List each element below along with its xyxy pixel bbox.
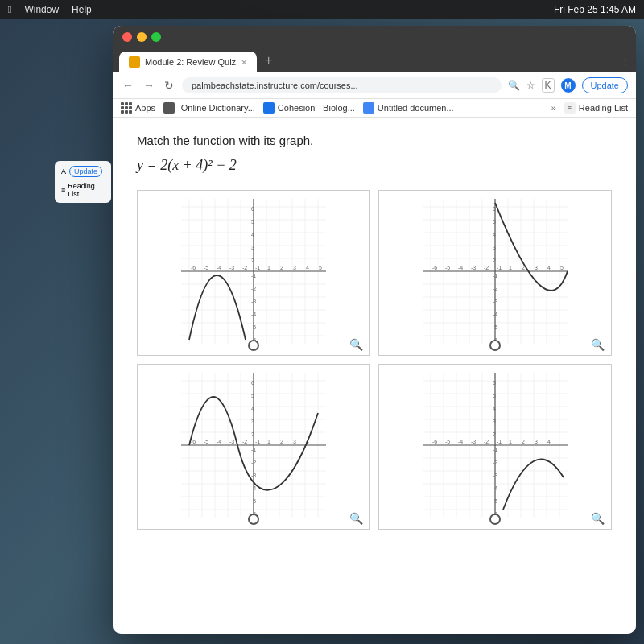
reading-list-bookmark[interactable]: ≡ Reading List	[564, 102, 628, 114]
svg-text:5: 5	[493, 219, 496, 225]
update-button[interactable]: Update	[582, 77, 628, 93]
tab-bar-controls: ⋮	[621, 57, 630, 72]
svg-text:-5: -5	[445, 439, 450, 444]
active-tab[interactable]: Module 2: Review Quiz ✕	[119, 52, 257, 72]
svg-text:-3: -3	[471, 439, 476, 444]
new-tab-button[interactable]: +	[258, 48, 279, 72]
graph-c-radio[interactable]	[248, 514, 259, 525]
apps-label: Apps	[135, 103, 155, 113]
graph-b-radio[interactable]	[489, 340, 501, 351]
extensions-icon[interactable]: K	[542, 78, 555, 93]
menu-datetime: Fri Feb 25 1:45 AM	[554, 4, 636, 15]
svg-text:-1: -1	[493, 447, 497, 452]
svg-text:-6: -6	[432, 439, 437, 444]
svg-text:-4: -4	[458, 439, 463, 444]
dictionary-label: -Online Dictionary...	[178, 103, 255, 113]
profile-icon[interactable]: M	[561, 78, 576, 93]
sidebar-update-button[interactable]: Update	[69, 166, 102, 177]
back-button[interactable]: ←	[121, 77, 135, 93]
address-bar: ← → ↻ 🔍 ☆ K M Update	[113, 72, 636, 99]
search-icon: 🔍	[508, 80, 520, 91]
svg-text:-2: -2	[493, 460, 497, 465]
menu-help[interactable]: Help	[72, 4, 92, 15]
svg-text:6: 6	[251, 206, 254, 212]
cohesion-favicon	[263, 102, 275, 114]
sidebar-update-icon: A	[61, 167, 66, 175]
svg-text:-5: -5	[251, 498, 256, 504]
refresh-button[interactable]: ↻	[163, 77, 175, 93]
tab-close-icon[interactable]: ✕	[241, 58, 247, 67]
svg-text:-5: -5	[204, 439, 208, 444]
svg-text:-4: -4	[251, 485, 256, 491]
close-button[interactable]	[122, 32, 132, 42]
svg-text:-3: -3	[471, 265, 476, 270]
graph-a[interactable]: -6 -5 -4 -3 -2 -1 1 2 3 4 5 6 5 4	[137, 190, 370, 356]
svg-text:-1: -1	[255, 439, 260, 444]
browser-window: Module 2: Review Quiz ✕ + ⋮ ← → ↻ 🔍 ☆ K …	[113, 26, 636, 634]
graph-c-zoom[interactable]: 🔍	[349, 512, 363, 525]
svg-text:5: 5	[251, 219, 254, 225]
svg-text:3: 3	[251, 419, 254, 424]
graph-a-zoom[interactable]: 🔍	[349, 338, 363, 351]
tab-favicon	[129, 56, 140, 68]
question-text: Match the function with its graph.	[137, 134, 612, 147]
graph-d-svg: -6 -5 -4 -3 -2 -1 1 2 3 4 6 5 4 3	[379, 365, 611, 526]
maximize-button[interactable]	[151, 32, 161, 42]
svg-text:-3: -3	[251, 473, 256, 478]
svg-text:-5: -5	[204, 265, 208, 270]
graph-c[interactable]: -6 -5 -4 -3 -2 -1 1 2 3 4 6 5 4 3	[137, 364, 370, 530]
svg-text:-5: -5	[493, 324, 497, 330]
svg-text:-6: -6	[191, 265, 196, 270]
svg-text:4: 4	[547, 439, 551, 444]
menu-window[interactable]: Window	[24, 4, 59, 15]
graph-d-radio[interactable]	[489, 514, 501, 525]
svg-text:6: 6	[493, 206, 496, 212]
svg-text:3: 3	[535, 439, 538, 444]
minimize-button[interactable]	[137, 32, 147, 42]
forward-button[interactable]: →	[142, 77, 156, 93]
svg-text:-5: -5	[493, 498, 497, 504]
svg-text:-1: -1	[251, 273, 256, 279]
more-bookmarks[interactable]: »	[551, 103, 556, 113]
graphs-container: -6 -5 -4 -3 -2 -1 1 2 3 4 5 6 5 4	[137, 190, 612, 530]
svg-text:-6: -6	[191, 439, 196, 444]
svg-text:1: 1	[267, 265, 270, 270]
svg-text:-3: -3	[493, 299, 497, 304]
apple-menu[interactable]: 	[8, 4, 11, 15]
sidebar-reading-list-label: Reading List	[68, 182, 105, 198]
bookmark-cohesion[interactable]: Cohesion - Biolog...	[263, 102, 355, 114]
bookmark-untitled[interactable]: Untitled documen...	[363, 102, 454, 114]
svg-text:2: 2	[251, 431, 254, 437]
svg-text:-3: -3	[229, 439, 234, 444]
graph-b-zoom[interactable]: 🔍	[591, 338, 605, 351]
graph-a-radio[interactable]	[248, 340, 259, 351]
svg-text:6: 6	[493, 380, 496, 386]
page-content: Match the function with its graph. y = 2…	[113, 118, 636, 629]
svg-text:-2: -2	[484, 265, 489, 270]
svg-text:4: 4	[493, 406, 496, 411]
svg-text:5: 5	[251, 393, 254, 398]
graph-d-zoom[interactable]: 🔍	[591, 512, 605, 525]
tab-label: Module 2: Review Quiz	[145, 57, 236, 67]
svg-text:4: 4	[306, 265, 309, 270]
address-input[interactable]	[182, 77, 502, 93]
svg-text:3: 3	[293, 265, 296, 270]
sidebar-reading-list[interactable]: ≡ Reading List	[61, 182, 105, 198]
svg-text:-2: -2	[242, 439, 247, 444]
dictionary-favicon	[163, 102, 175, 114]
svg-text:2: 2	[493, 258, 496, 263]
svg-text:-4: -4	[493, 485, 497, 491]
svg-text:-1: -1	[497, 439, 502, 444]
svg-text:1: 1	[267, 439, 270, 444]
svg-text:5: 5	[560, 265, 564, 270]
graph-b[interactable]: -6 -5 -4 -3 -2 -1 1 2 3 4 5 6 5 4	[378, 190, 612, 356]
svg-text:6: 6	[251, 380, 254, 386]
reading-list-icon: ≡	[564, 102, 576, 114]
svg-text:-4: -4	[217, 265, 221, 270]
svg-text:-6: -6	[432, 265, 437, 270]
cohesion-label: Cohesion - Biolog...	[278, 103, 355, 113]
bookmark-dictionary[interactable]: -Online Dictionary...	[163, 102, 255, 114]
traffic-lights	[113, 32, 636, 48]
bookmark-apps[interactable]: Apps	[121, 102, 155, 114]
graph-d[interactable]: -6 -5 -4 -3 -2 -1 1 2 3 4 6 5 4 3	[378, 364, 612, 530]
